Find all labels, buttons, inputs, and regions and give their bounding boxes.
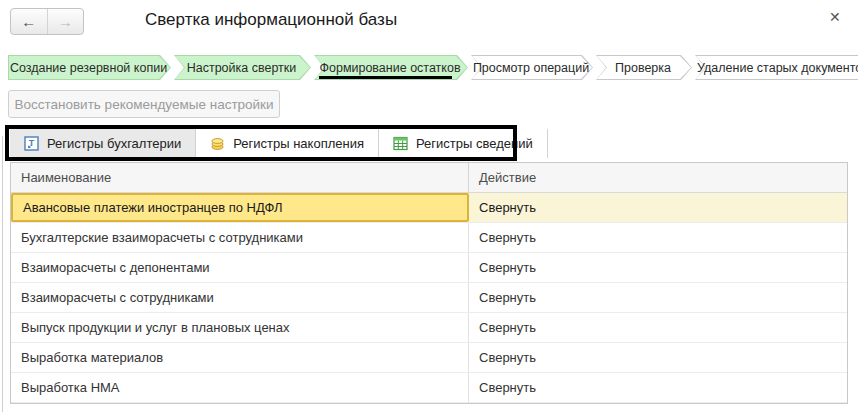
tab-label: Регистры сведений <box>416 136 533 151</box>
wizard-step-operations[interactable]: Просмотр операций <box>471 55 593 80</box>
wizard-step-label: Просмотр операций <box>471 55 593 80</box>
history-nav-group: ← → <box>10 8 84 35</box>
register-action-cell[interactable]: Свернуть <box>469 193 847 222</box>
wizard-step-label: Удаление старых документов <box>695 55 858 80</box>
information-register-icon <box>393 136 408 151</box>
registers-table: Наименование Действие Авансовые платежи … <box>10 162 848 404</box>
restore-recommended-settings-button[interactable]: Восстановить рекомендуемые настройки <box>8 90 280 118</box>
register-name-cell[interactable]: Взаиморасчеты с сотрудниками <box>11 283 469 312</box>
table-header-row: Наименование Действие <box>11 163 847 193</box>
forward-arrow-icon: → <box>58 13 73 30</box>
wizard-step-check[interactable]: Проверка <box>596 55 692 80</box>
page-title: Свертка информационной базы <box>145 10 397 30</box>
tab-information-registers[interactable]: Регистры сведений <box>379 129 548 158</box>
close-icon[interactable]: ✕ <box>829 9 841 25</box>
tab-accounting-registers[interactable]: Т Регистры бухгалтерии <box>10 129 196 158</box>
wizard-steps: Создание резервной копии Настройка сверт… <box>8 55 858 80</box>
register-tabs: Т Регистры бухгалтерии Регистры накоплен… <box>10 129 548 158</box>
register-name-cell[interactable]: Бухгалтерские взаиморасчеты с сотрудника… <box>11 223 469 252</box>
table-row[interactable]: Авансовые платежи иностранцев по НДФЛ Св… <box>11 193 847 223</box>
tab-accumulation-registers[interactable]: Регистры накопления <box>196 129 379 158</box>
register-name-cell[interactable]: Авансовые платежи иностранцев по НДФЛ <box>11 193 469 222</box>
register-action-cell[interactable]: Свернуть <box>469 223 847 252</box>
wizard-step-label: Настройка свертки <box>174 55 311 80</box>
register-action-cell[interactable]: Свернуть <box>469 283 847 312</box>
forward-button[interactable]: → <box>48 9 84 34</box>
table-row[interactable]: Бухгалтерские взаиморасчеты с сотрудника… <box>11 223 847 253</box>
table-row[interactable]: Взаиморасчеты с депонентами Свернуть <box>11 253 847 283</box>
wizard-step-backup[interactable]: Создание резервной копии <box>8 55 171 80</box>
accounting-register-icon: Т <box>24 136 39 151</box>
table-row[interactable]: Взаиморасчеты с сотрудниками Свернуть <box>11 283 847 313</box>
wizard-step-label: Проверка <box>596 55 692 80</box>
restore-button-label: Восстановить рекомендуемые настройки <box>14 97 273 112</box>
table-row[interactable]: Выработка материалов Свернуть <box>11 343 847 373</box>
active-step-underline <box>319 76 452 79</box>
back-arrow-icon: ← <box>21 13 36 30</box>
register-name-cell[interactable]: Взаиморасчеты с депонентами <box>11 253 469 282</box>
register-action-cell[interactable]: Свернуть <box>469 343 847 372</box>
wizard-step-delete-old[interactable]: Удаление старых документов <box>695 55 858 80</box>
register-action-cell[interactable]: Свернуть <box>469 313 847 342</box>
register-action-cell[interactable]: Свернуть <box>469 253 847 282</box>
wizard-step-label: Создание резервной копии <box>8 55 171 80</box>
back-button[interactable]: ← <box>11 9 48 34</box>
table-row[interactable]: Выработка НМА Свернуть <box>11 373 847 403</box>
register-action-cell[interactable]: Свернуть <box>469 373 847 402</box>
column-header-name: Наименование <box>11 163 469 192</box>
tab-label: Регистры бухгалтерии <box>47 136 181 151</box>
register-name-cell[interactable]: Выработка материалов <box>11 343 469 372</box>
panel-left-border <box>2 136 3 412</box>
register-name-cell[interactable]: Выпуск продукции и услуг в плановых цена… <box>11 313 469 342</box>
wizard-step-settings[interactable]: Настройка свертки <box>174 55 311 80</box>
column-header-action: Действие <box>469 163 847 192</box>
register-name-cell[interactable]: Выработка НМА <box>11 373 469 402</box>
accumulation-register-icon <box>210 136 225 151</box>
table-row[interactable]: Выпуск продукции и услуг в плановых цена… <box>11 313 847 343</box>
tab-label: Регистры накопления <box>233 136 364 151</box>
wizard-step-balances[interactable]: Формирование остатков <box>314 55 468 80</box>
